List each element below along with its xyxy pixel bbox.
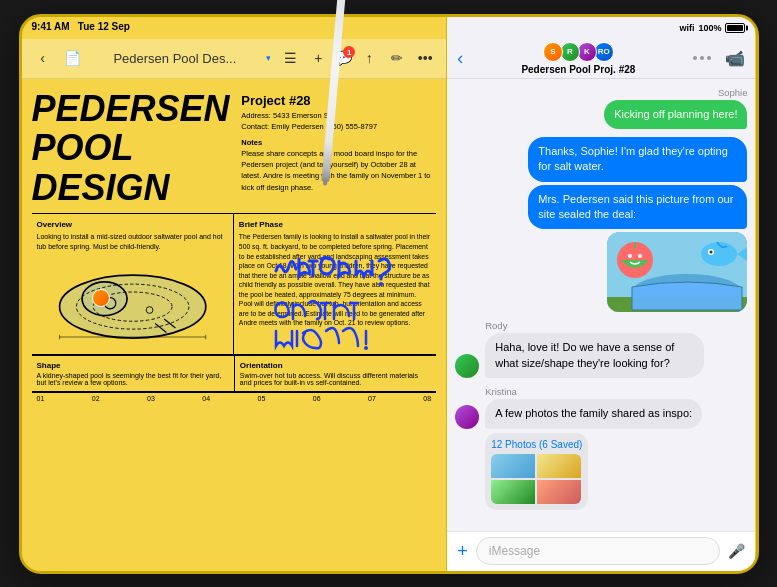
more-button[interactable]: ••• bbox=[414, 47, 436, 69]
message-row-2: Mrs. Pedersen said this picture from our… bbox=[455, 185, 747, 230]
bubble-rody: Haha, love it! Do we have a sense of wha… bbox=[485, 333, 704, 378]
message-row-0: Kicking off planning here! bbox=[455, 100, 747, 129]
document-icon: 📄 bbox=[62, 47, 84, 69]
orientation-text: Swim-over hot tub access. Will discuss d… bbox=[240, 372, 431, 386]
avatar-sophie: S bbox=[543, 42, 563, 62]
bubble-2: Mrs. Pedersen said this picture from our… bbox=[528, 185, 747, 230]
note-main-title: PEDERSENPOOLDESIGN bbox=[32, 89, 234, 208]
shape-section: Shape A kidney-shaped pool is seemingly … bbox=[32, 355, 234, 391]
orientation-title: Orientation bbox=[240, 361, 431, 370]
group-avatars: S R K RO bbox=[543, 42, 614, 62]
bubble-kristina: A few photos the family shared as inspo: bbox=[485, 399, 702, 428]
photo-thumb-2 bbox=[537, 454, 581, 478]
message-row-image bbox=[455, 232, 747, 312]
message-row-photos: 12 Photos (6 Saved) bbox=[455, 433, 747, 510]
message-group-kristina: Kristina A few photos the family shared … bbox=[455, 386, 747, 509]
message-row-1: Thanks, Sophie! I'm glad they're opting … bbox=[455, 137, 747, 182]
add-button[interactable]: + bbox=[307, 47, 329, 69]
notes-panel: 9:41 AM Tue 12 Sep ‹ 📄 Pedersen Pool Des… bbox=[22, 17, 448, 571]
photo-thumb-3 bbox=[491, 480, 535, 504]
avatar-kristina: K bbox=[577, 42, 597, 62]
avatar-rody: R bbox=[560, 42, 580, 62]
notes-text: Please share concepts and mood board ins… bbox=[241, 148, 436, 193]
photo-thumb-1 bbox=[491, 454, 535, 478]
svg-point-23 bbox=[710, 251, 713, 254]
project-contact: Contact: Emily Pedersen (850) 555-8797 bbox=[241, 121, 436, 132]
messages-panel: wifi 100% ‹ S R K RO Pedersen Pool Proj.… bbox=[447, 17, 755, 571]
messages-back-button[interactable]: ‹ bbox=[457, 48, 463, 69]
message-group-sophie: Sophie Kicking off planning here! bbox=[455, 87, 747, 129]
message-add-button[interactable]: + bbox=[457, 541, 468, 562]
messages-list: Sophie Kicking off planning here! Thanks… bbox=[447, 79, 755, 531]
overview-text: Looking to install a mid-sized outdoor s… bbox=[37, 232, 228, 252]
pool-sketch bbox=[37, 256, 228, 346]
share-button[interactable]: ↑ bbox=[358, 47, 380, 69]
mic-button[interactable]: 🎤 bbox=[728, 543, 745, 559]
group-name[interactable]: Pedersen Pool Proj. #28 bbox=[521, 64, 635, 75]
dropdown-chevron[interactable]: ▾ bbox=[266, 53, 271, 63]
imessage-placeholder: iMessage bbox=[489, 544, 540, 558]
overview-title: Overview bbox=[37, 219, 228, 230]
bubble-0: Kicking off planning here! bbox=[604, 100, 747, 129]
messages-header-center: S R K RO Pedersen Pool Proj. #28 bbox=[471, 42, 685, 75]
user-avatar-note bbox=[92, 289, 110, 307]
ipad-frame: 9:41 AM Tue 12 Sep ‹ 📄 Pedersen Pool Des… bbox=[19, 14, 759, 574]
photo-thumb-4 bbox=[537, 480, 581, 504]
imessage-input[interactable]: iMessage bbox=[476, 537, 721, 565]
message-row-rody: Haha, love it! Do we have a sense of wha… bbox=[455, 333, 747, 378]
note-title: Pedersen Pool Des... bbox=[92, 51, 259, 66]
svg-point-0 bbox=[59, 275, 205, 338]
pool-image-svg bbox=[607, 232, 747, 312]
message-group-me: Thanks, Sophie! I'm glad they're opting … bbox=[455, 137, 747, 313]
list-view-button[interactable]: ☰ bbox=[279, 47, 301, 69]
brief-text: The Pedersen family is looking to instal… bbox=[239, 232, 431, 327]
comment-badge: 1 bbox=[343, 46, 355, 58]
messages-toolbar: ‹ S R K RO Pedersen Pool Proj. #28 📹 bbox=[447, 39, 755, 79]
orientation-section: Orientation Swim-over hot tub access. Wi… bbox=[234, 355, 436, 391]
markup-button[interactable]: ✏ bbox=[386, 47, 408, 69]
sender-label-sophie: Sophie bbox=[455, 87, 747, 98]
photos-grid bbox=[491, 454, 581, 504]
avatar-rody-chat bbox=[455, 354, 479, 378]
status-time: 9:41 AM Tue 12 Sep bbox=[32, 21, 130, 32]
more-options-indicator bbox=[693, 56, 711, 60]
shape-text: A kidney-shaped pool is seemingly the be… bbox=[37, 372, 229, 386]
project-address: Address: 5433 Emerson St. bbox=[241, 110, 436, 121]
pool-image bbox=[607, 232, 747, 312]
photos-bubble[interactable]: 12 Photos (6 Saved) bbox=[485, 433, 588, 510]
bubble-1: Thanks, Sophie! I'm glad they're opting … bbox=[528, 137, 747, 182]
battery-indicator bbox=[725, 23, 745, 33]
message-row-kristina-text: A few photos the family shared as inspo: bbox=[455, 399, 747, 428]
message-input-bar: + iMessage 🎤 bbox=[447, 531, 755, 571]
battery-fill bbox=[727, 25, 743, 31]
photos-label: 12 Photos (6 Saved) bbox=[491, 439, 582, 450]
back-button[interactable]: ‹ bbox=[32, 47, 54, 69]
svg-point-20 bbox=[638, 254, 642, 258]
notes-content: PEDERSENPOOLDESIGN Project #28 Address: … bbox=[22, 79, 447, 571]
avatar-kristina-chat bbox=[455, 405, 479, 429]
message-group-rody: Rody Haha, love it! Do we have a sense o… bbox=[455, 320, 747, 378]
avatar-ro: RO bbox=[594, 42, 614, 62]
svg-point-19 bbox=[628, 254, 632, 258]
status-bar-right: wifi 100% bbox=[447, 17, 755, 39]
brief-title: Brief Phase bbox=[239, 219, 431, 230]
sender-label-kristina: Kristina bbox=[455, 386, 747, 397]
battery-level: 100% bbox=[698, 23, 721, 33]
number-row: 0102030405060708 bbox=[32, 392, 437, 404]
notes-toolbar: ‹ 📄 Pedersen Pool Des... ▾ ☰ + 💬 1 ↑ ✏ •… bbox=[22, 39, 447, 79]
project-number: Project #28 bbox=[241, 91, 436, 111]
video-call-button[interactable]: 📹 bbox=[725, 49, 745, 68]
notes-label: Notes bbox=[241, 137, 436, 148]
shape-title: Shape bbox=[37, 361, 229, 370]
sender-label-rody: Rody bbox=[455, 320, 747, 331]
wifi-icon: wifi bbox=[679, 23, 694, 33]
